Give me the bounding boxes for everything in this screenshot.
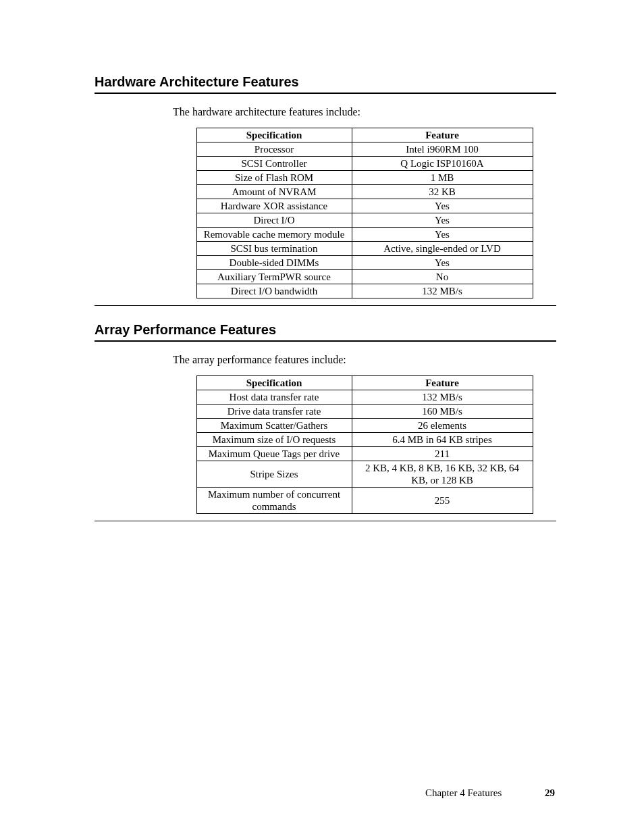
cell-spec: Direct I/O bandwidth [196,284,352,298]
cell-spec: SCSI bus termination [196,242,352,256]
cell-spec: Size of Flash ROM [196,171,352,185]
cell-spec: SCSI Controller [196,157,352,171]
cell-feature: 32 KB [352,185,533,199]
cell-spec: Host data transfer rate [196,390,352,405]
cell-spec: Amount of NVRAM [196,185,352,199]
table-row: Size of Flash ROM1 MB [196,171,533,185]
cell-spec: Maximum Scatter/Gathers [196,419,352,433]
cell-spec: Maximum number of concurrent commands [196,488,352,514]
table-header-row: Specification Feature [196,376,533,390]
cell-feature: 211 [352,447,533,461]
cell-feature: Yes [352,228,533,242]
table-row: Auxiliary TermPWR sourceNo [196,270,533,284]
cell-spec: Maximum size of I/O requests [196,433,352,447]
cell-spec: Removable cache memory module [196,228,352,242]
cell-spec: Auxiliary TermPWR source [196,270,352,284]
table-row: Hardware XOR assistanceYes [196,199,533,213]
cell-feature: 6.4 MB in 64 KB stripes [352,433,533,447]
heading-array-perf: Array Performance Features [95,322,556,338]
intro-hardware-arch: The hardware architecture features inclu… [173,106,556,118]
rule-thin-2 [95,521,556,521]
table-row: Double-sided DIMMsYes [196,256,533,270]
table-row: Drive data transfer rate160 MB/s [196,405,533,419]
cell-feature: No [352,270,533,284]
table-hardware-arch: Specification Feature ProcessorIntel i96… [196,128,533,298]
cell-spec: Drive data transfer rate [196,405,352,419]
cell-feature: 160 MB/s [352,405,533,419]
footer-page-number: 29 [545,787,555,798]
cell-feature: Yes [352,213,533,228]
cell-feature: 132 MB/s [352,284,533,298]
table-wrap-1: Specification Feature ProcessorIntel i96… [173,128,556,298]
cell-spec: Double-sided DIMMs [196,256,352,270]
table-row: SCSI ControllerQ Logic ISP10160A [196,157,533,171]
table-row: Maximum size of I/O requests6.4 MB in 64… [196,433,533,447]
footer-chapter: Chapter 4 Features [425,787,502,798]
cell-feature: 26 elements [352,419,533,433]
table-row: Direct I/OYes [196,213,533,228]
table-row: Host data transfer rate132 MB/s [196,390,533,405]
th-feature: Feature [352,128,533,142]
cell-spec: Stripe Sizes [196,461,352,488]
th-feature: Feature [352,376,533,390]
rule-heavy-1 [95,93,556,94]
tbody-hardware: ProcessorIntel i960RM 100SCSI Controller… [196,142,533,298]
cell-feature: 132 MB/s [352,390,533,405]
cell-spec: Maximum Queue Tags per drive [196,447,352,461]
cell-feature: Intel i960RM 100 [352,142,533,157]
cell-spec: Hardware XOR assistance [196,199,352,213]
cell-feature: 2 KB, 4 KB, 8 KB, 16 KB, 32 KB, 64 KB, o… [352,461,533,488]
cell-spec: Processor [196,142,352,157]
cell-spec: Direct I/O [196,213,352,228]
table-row: ProcessorIntel i960RM 100 [196,142,533,157]
table-row: Maximum Queue Tags per drive211 [196,447,533,461]
cell-feature: Active, single-ended or LVD [352,242,533,256]
cell-feature: Yes [352,199,533,213]
table-array-perf: Specification Feature Host data transfer… [196,375,533,514]
rule-heavy-2 [95,340,556,342]
cell-feature: 1 MB [352,171,533,185]
table-row: Amount of NVRAM32 KB [196,185,533,199]
page: Hardware Architecture Features The hardw… [0,0,644,834]
table-row: Removable cache memory moduleYes [196,228,533,242]
page-footer: Chapter 4 Features 29 [95,787,555,799]
table-row: Direct I/O bandwidth132 MB/s [196,284,533,298]
tbody-array: Host data transfer rate132 MB/sDrive dat… [196,390,533,514]
section-array-perf: Array Performance Features The array per… [95,322,556,521]
table-row: Maximum number of concurrent commands255 [196,488,533,514]
cell-feature: Q Logic ISP10160A [352,157,533,171]
table-row: Stripe Sizes2 KB, 4 KB, 8 KB, 16 KB, 32 … [196,461,533,488]
th-spec: Specification [196,376,352,390]
table-row: SCSI bus terminationActive, single-ended… [196,242,533,256]
cell-feature: 255 [352,488,533,514]
th-spec: Specification [196,128,352,142]
intro-array-perf: The array performance features include: [173,354,556,366]
cell-feature: Yes [352,256,533,270]
table-wrap-2: Specification Feature Host data transfer… [173,375,556,514]
heading-hardware-arch: Hardware Architecture Features [95,74,556,90]
table-row: Maximum Scatter/Gathers26 elements [196,419,533,433]
table-header-row: Specification Feature [196,128,533,142]
rule-thin-1 [95,305,556,306]
section-hardware-arch: Hardware Architecture Features The hardw… [95,74,556,306]
